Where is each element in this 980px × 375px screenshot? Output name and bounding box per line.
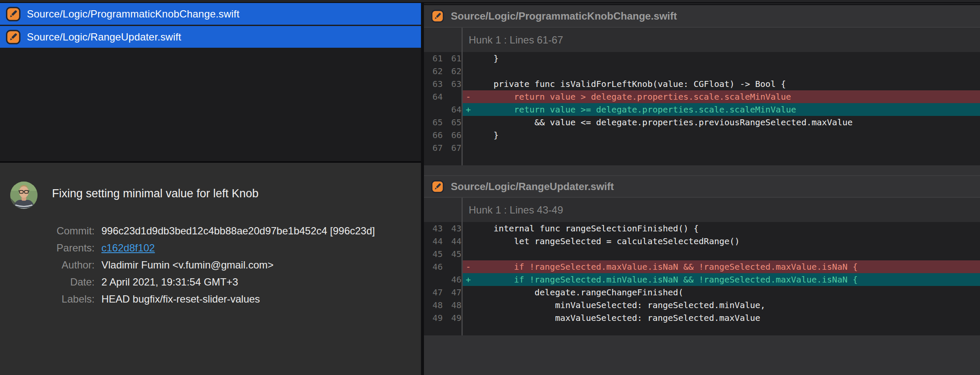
hunk-header-gutter <box>424 28 463 52</box>
diff-line: 6565 && value <= delegate.properties.pre… <box>424 116 980 129</box>
diff-hunk-2: Hunk 1 : Lines 43-49 4343 internal func … <box>424 198 980 335</box>
diff-line: 4545 <box>424 248 980 260</box>
new-line-number <box>445 260 461 273</box>
code-text: + return value >= delegate.properties.sc… <box>463 103 980 116</box>
new-line-number: 49 <box>445 312 461 324</box>
old-line-number <box>427 273 443 286</box>
field-label: Date: <box>0 276 95 288</box>
diff-hunk-1: Hunk 1 : Lines 61-67 6161 } 6262 6363 pr… <box>424 28 980 165</box>
code-text: - if !rangeSelected.maxValue.isNaN && !r… <box>463 260 980 273</box>
code-rows: 6161 } 6262 6363 private func isValidFor… <box>424 52 980 165</box>
commit-field-commit: Commit: 996c23d1d9db3bed12c4bb88ae20d97b… <box>0 222 421 239</box>
parent-commit-link[interactable]: c162d8f102 <box>101 242 155 254</box>
new-line-number: 44 <box>445 235 461 248</box>
diff-file-header-range-updater[interactable]: Source/Logic/RangeUpdater.swift <box>424 175 980 198</box>
removed-marker: - <box>466 90 473 103</box>
commit-message-title: Fixing setting minimal value for left Kn… <box>52 187 259 200</box>
file-name: Source/Logic/RangeUpdater.swift <box>27 31 181 43</box>
diff-line: 6262 <box>424 65 980 78</box>
old-line-number: 64 <box>427 90 443 103</box>
field-label: Commit: <box>0 225 95 237</box>
field-label: Author: <box>0 259 95 271</box>
diff-file-header-programmatic-knob-change[interactable]: Source/Logic/ProgrammaticKnobChange.swif… <box>424 5 980 28</box>
new-line-number: 47 <box>445 286 461 299</box>
code-text <box>463 141 980 154</box>
window-top-strip <box>0 0 980 3</box>
code-text <box>463 248 980 260</box>
diff-line: 6363 private func isValidForLeftKnob(val… <box>424 78 980 90</box>
new-line-number: 43 <box>445 222 461 235</box>
file-list-item-range-updater[interactable]: Source/Logic/RangeUpdater.swift <box>0 26 421 48</box>
added-marker: + <box>466 103 473 116</box>
diff-line-removed: 46- if !rangeSelected.maxValue.isNaN && … <box>424 260 980 273</box>
diff-line-added: 64+ return value >= delegate.properties.… <box>424 103 980 116</box>
author-value: Vladimir Fumin <v.fumin@gmail.com> <box>101 259 274 271</box>
old-line-number: 49 <box>427 312 443 324</box>
new-line-number <box>445 90 461 103</box>
code-text <box>463 65 980 78</box>
old-line-number: 45 <box>427 248 443 260</box>
code-rows: 4343 internal func rangeSelectionFinishe… <box>424 222 980 335</box>
old-line-number: 63 <box>427 78 443 90</box>
old-line-number: 66 <box>427 129 443 141</box>
modified-file-pencil-icon <box>431 10 444 23</box>
code-text: - return value > delegate.properties.sca… <box>463 90 980 103</box>
new-line-number: 67 <box>445 141 461 154</box>
modified-file-pencil-icon <box>431 180 444 193</box>
commit-field-parents: Parents: c162d8f102 <box>0 239 421 257</box>
code-text: private func isValidForLeftKnob(value: C… <box>463 78 980 90</box>
hunk-header-text: Hunk 1 : Lines 43-49 <box>463 204 563 216</box>
new-line-number: 46 <box>445 273 461 286</box>
code-text: internal func rangeSelectionFinished() { <box>463 222 980 235</box>
old-line-number: 47 <box>427 286 443 299</box>
code-text: } <box>463 129 980 141</box>
git-client-window: Source/Logic/ProgrammaticKnobChange.swif… <box>0 0 980 375</box>
diff-line: 6666 } <box>424 129 980 141</box>
old-line-number: 46 <box>427 260 443 273</box>
commit-fields: Commit: 996c23d1d9db3bed12c4bb88ae20d97b… <box>0 222 421 308</box>
labels-value: HEAD bugfix/fix-reset-slider-values <box>101 293 260 305</box>
old-line-number: 48 <box>427 299 443 312</box>
old-line-number: 62 <box>427 65 443 78</box>
modified-file-pencil-icon <box>6 7 20 21</box>
author-avatar-image <box>10 182 37 209</box>
new-line-number: 61 <box>445 52 461 65</box>
old-line-number: 61 <box>427 52 443 65</box>
old-line-number: 43 <box>427 222 443 235</box>
commit-hash-value: 996c23d1d9db3bed12c4bb88ae20d97be1b452c4… <box>101 225 375 237</box>
diff-file-name: Source/Logic/ProgrammaticKnobChange.swif… <box>451 10 677 22</box>
old-line-number <box>427 103 443 116</box>
hunk-header-gutter <box>424 198 463 222</box>
diff-line: 4444 let rangeSelected = calculateSelect… <box>424 235 980 248</box>
removed-marker: - <box>466 260 473 273</box>
code-text-content: return value >= delegate.properties.scal… <box>473 104 796 115</box>
new-line-number: 65 <box>445 116 461 129</box>
new-line-number: 48 <box>445 299 461 312</box>
field-label: Labels: <box>0 293 95 305</box>
diff-line-removed: 64- return value > delegate.properties.s… <box>424 90 980 103</box>
new-line-number: 62 <box>445 65 461 78</box>
code-text-content: if !rangeSelected.minValue.isNaN && !ran… <box>473 274 858 285</box>
diff-line: 4848 minValueSelected: rangeSelected.min… <box>424 299 980 312</box>
author-avatar <box>10 182 37 209</box>
commit-field-labels: Labels: HEAD bugfix/fix-reset-slider-val… <box>0 291 421 308</box>
commit-field-date: Date: 2 April 2021, 19:31:54 GMT+3 <box>0 274 421 291</box>
file-name: Source/Logic/ProgrammaticKnobChange.swif… <box>27 8 239 20</box>
diff-line: 4949 maxValueSelected: rangeSelected.max… <box>424 312 980 324</box>
code-text: maxValueSelected: rangeSelected.maxValue <box>463 312 980 324</box>
old-line-number: 44 <box>427 235 443 248</box>
new-line-number: 66 <box>445 129 461 141</box>
left-panel: Source/Logic/ProgrammaticKnobChange.swif… <box>0 0 421 375</box>
panel-divider <box>421 0 424 375</box>
code-text-content: return value > delegate.properties.scale… <box>473 92 791 102</box>
code-text-content: if !rangeSelected.maxValue.isNaN && !ran… <box>473 262 858 272</box>
file-list-item-programmatic-knob-change[interactable]: Source/Logic/ProgrammaticKnobChange.swif… <box>0 3 421 25</box>
diff-line: 4747 delegate.rangeChangeFinished( <box>424 286 980 299</box>
hunk-header: Hunk 1 : Lines 43-49 <box>424 198 980 222</box>
code-text: && value <= delegate.properties.previous… <box>463 116 980 129</box>
code-text: + if !rangeSelected.minValue.isNaN && !r… <box>463 273 980 286</box>
diff-line: 4343 internal func rangeSelectionFinishe… <box>424 222 980 235</box>
modified-file-pencil-icon <box>6 30 20 44</box>
new-line-number: 45 <box>445 248 461 260</box>
commit-details-panel: Fixing setting minimal value for left Kn… <box>0 161 421 375</box>
